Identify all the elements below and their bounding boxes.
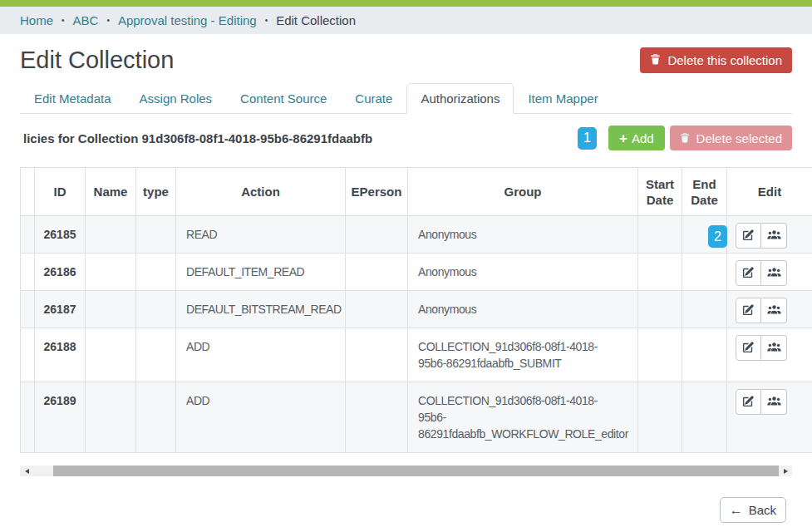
policy-type xyxy=(136,328,176,382)
table-row: 26186 DEFAULT_ITEM_READ Anonymous xyxy=(21,254,812,291)
policy-group: Anonymous xyxy=(408,216,638,254)
policy-edit-cell xyxy=(727,291,812,328)
policy-action: DEFAULT_BITSTREAM_READ xyxy=(176,291,346,328)
users-icon xyxy=(767,396,781,409)
policies-table: ID Name type Action EPerson Group Start … xyxy=(20,167,812,453)
edit-group-members-button[interactable] xyxy=(761,260,787,286)
column-header-name: Name xyxy=(86,168,136,216)
delete-selected-button[interactable]: Delete selected xyxy=(670,126,792,150)
policy-eperson xyxy=(346,216,408,254)
delete-selected-label: Delete selected xyxy=(696,131,782,145)
policy-action: ADD xyxy=(176,382,346,453)
tab-item-mapper[interactable]: Item Mapper xyxy=(514,83,612,114)
select-cell[interactable] xyxy=(21,216,35,254)
policy-name xyxy=(86,254,136,291)
pencil-square-icon xyxy=(742,395,755,410)
edit-policy-button[interactable] xyxy=(736,223,761,249)
horizontal-scrollbar[interactable] xyxy=(20,466,792,476)
policy-id: 26188 xyxy=(35,328,86,382)
table-row: 26185 READ Anonymous 2 xyxy=(21,216,812,254)
policies-table-scroll-area: ID Name type Action EPerson Group Start … xyxy=(20,167,812,453)
column-header-eperson: EPerson xyxy=(346,168,408,216)
users-icon xyxy=(767,304,781,318)
policy-type xyxy=(136,216,176,254)
breadcrumb-separator: • xyxy=(265,16,268,25)
edit-policy-button[interactable] xyxy=(736,335,761,361)
scrollbar-thumb[interactable] xyxy=(53,466,779,476)
policy-edit-cell xyxy=(727,328,812,382)
policy-end-date xyxy=(682,328,727,382)
pencil-square-icon xyxy=(742,341,755,356)
policy-end-date xyxy=(682,291,727,328)
plus-icon: + xyxy=(619,131,627,145)
policy-id: 26187 xyxy=(35,291,86,328)
column-header-start-date: Start Date xyxy=(638,168,682,216)
annotation-badge-2: 2 xyxy=(708,225,727,248)
policy-start-date xyxy=(638,382,682,453)
add-label: Add xyxy=(632,131,654,145)
table-row: 26187 DEFAULT_BITSTREAM_READ Anonymous xyxy=(21,291,812,328)
policy-eperson xyxy=(346,291,408,328)
column-header-group: Group xyxy=(408,168,638,216)
delete-collection-label: Delete this collection xyxy=(667,53,782,67)
scroll-right-arrow[interactable] xyxy=(779,466,792,476)
back-label: Back xyxy=(749,503,776,517)
column-header-end-date: End Date xyxy=(682,168,727,216)
breadcrumb: Home • ABC • Approval testing - Editing … xyxy=(0,7,812,34)
breadcrumb-link-abc[interactable]: ABC xyxy=(73,13,99,27)
policy-group: COLLECTION_91d306f8-08f1-4018- 95b6- 862… xyxy=(408,382,638,453)
policy-start-date xyxy=(638,254,682,291)
tab-content-source[interactable]: Content Source xyxy=(226,83,341,114)
breadcrumb-separator: • xyxy=(62,16,65,25)
policy-edit-cell: 2 xyxy=(727,216,812,254)
policy-group: Anonymous xyxy=(408,291,638,328)
policy-eperson xyxy=(346,382,408,453)
edit-group-members-button[interactable] xyxy=(761,335,787,361)
breadcrumb-link-home[interactable]: Home xyxy=(20,13,53,27)
tab-authorizations[interactable]: Authorizations xyxy=(406,83,514,114)
column-header-type: type xyxy=(136,168,176,216)
breadcrumb-link-approval-testing[interactable]: Approval testing - Editing xyxy=(118,13,257,27)
policy-name xyxy=(86,328,136,382)
policy-name xyxy=(86,382,136,453)
pencil-square-icon xyxy=(742,303,755,318)
scroll-left-arrow[interactable] xyxy=(20,466,33,476)
edit-group-members-button[interactable] xyxy=(761,223,787,249)
edit-group-members-button[interactable] xyxy=(761,298,787,323)
policy-id: 26189 xyxy=(35,382,86,453)
policy-id: 26186 xyxy=(35,254,86,291)
select-cell[interactable] xyxy=(21,382,35,453)
policy-action: DEFAULT_ITEM_READ xyxy=(176,254,346,291)
policy-type xyxy=(136,291,176,328)
breadcrumb-current: Edit Collection xyxy=(276,13,356,27)
policy-type xyxy=(136,382,176,453)
policy-edit-cell xyxy=(727,382,812,453)
edit-policy-button[interactable] xyxy=(736,260,761,286)
add-policy-button[interactable]: + Add xyxy=(608,126,665,150)
policy-start-date xyxy=(638,216,682,254)
policy-start-date xyxy=(638,291,682,328)
policy-group: Anonymous xyxy=(408,254,638,291)
tab-assign-roles[interactable]: Assign Roles xyxy=(125,83,227,114)
trash-icon xyxy=(680,131,690,145)
policy-id: 26185 xyxy=(35,216,86,254)
back-button[interactable]: ← Back xyxy=(720,497,786,523)
policy-edit-cell xyxy=(727,254,812,291)
pencil-square-icon xyxy=(742,266,755,281)
policy-end-date xyxy=(682,382,727,453)
page-title: Edit Collection xyxy=(20,47,174,74)
delete-collection-button[interactable]: Delete this collection xyxy=(640,47,792,73)
edit-group-members-button[interactable] xyxy=(761,389,787,415)
policy-start-date xyxy=(638,328,682,382)
tab-curate[interactable]: Curate xyxy=(341,83,406,114)
select-cell[interactable] xyxy=(21,328,35,382)
column-header-edit: Edit xyxy=(727,168,812,216)
select-cell[interactable] xyxy=(21,254,35,291)
tab-edit-metadata[interactable]: Edit Metadata xyxy=(20,83,125,114)
edit-policy-button[interactable] xyxy=(736,389,761,415)
pencil-square-icon xyxy=(742,229,755,244)
top-accent-bar xyxy=(0,0,812,7)
policy-action: ADD xyxy=(176,328,346,382)
select-cell[interactable] xyxy=(21,291,35,328)
edit-policy-button[interactable] xyxy=(736,298,761,323)
